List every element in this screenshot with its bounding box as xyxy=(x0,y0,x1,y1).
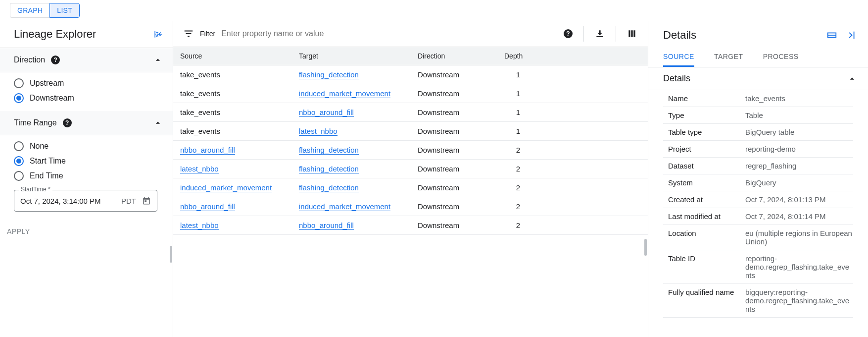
details-value: BigQuery xyxy=(745,178,776,187)
calendar-icon[interactable] xyxy=(142,196,151,205)
direction-section-header[interactable]: Direction ? xyxy=(0,48,173,72)
cell-depth: 2 xyxy=(497,216,527,234)
table-row[interactable]: nbbo_around_fillflashing_detectionDownst… xyxy=(173,141,648,160)
col-depth[interactable]: Depth xyxy=(497,47,527,65)
radio-downstream[interactable]: Downstream xyxy=(14,93,159,103)
cell-depth: 2 xyxy=(497,197,527,216)
cell-direction: Downstream xyxy=(411,84,497,103)
cell-source: latest_nbbo xyxy=(173,160,292,178)
table-row[interactable]: nbbo_around_fillinduced_market_movementD… xyxy=(173,197,648,216)
cell-target: flashing_detection xyxy=(292,65,411,84)
target-link[interactable]: induced_market_movement xyxy=(299,89,390,98)
help-icon[interactable]: ? xyxy=(63,118,72,127)
details-panel: Details SOURCE TARGET PROCESS Details Na… xyxy=(648,21,868,337)
filter-input[interactable] xyxy=(221,29,547,38)
target-link[interactable]: nbbo_around_fill xyxy=(299,108,354,117)
source-link[interactable]: induced_market_movement xyxy=(180,183,272,192)
details-row: Fully qualified namebigquery:reporting-d… xyxy=(663,284,853,318)
time-range-section-header[interactable]: Time Range ? xyxy=(0,111,173,135)
radio-upstream[interactable]: Upstream xyxy=(14,78,159,88)
table-row[interactable]: take_eventslatest_nbboDownstream1 xyxy=(173,122,648,141)
details-row: Datasetregrep_flashing xyxy=(663,158,853,174)
filter-icon xyxy=(183,28,194,39)
tab-list[interactable]: LIST xyxy=(49,3,80,18)
cell-target: flashing_detection xyxy=(292,141,411,159)
details-row: Nametake_events xyxy=(663,90,853,107)
table-header: Source Target Direction Depth xyxy=(173,47,648,65)
radio-start-time[interactable]: Start Time xyxy=(14,156,159,166)
target-link[interactable]: latest_nbbo xyxy=(299,127,338,136)
cell-source: induced_market_movement xyxy=(173,178,292,197)
cell-direction: Downstream xyxy=(411,122,497,140)
details-row: Projectreporting-demo xyxy=(663,141,853,158)
details-row: Created atOct 7, 2024, 8:01:13 PM xyxy=(663,191,853,208)
details-key: Project xyxy=(663,145,745,153)
collapse-details-icon[interactable] xyxy=(846,30,857,41)
table-row[interactable]: latest_nbbonbbo_around_fillDownstream2 xyxy=(173,216,648,235)
target-link[interactable]: flashing_detection xyxy=(299,165,359,173)
details-value: eu (multiple regions in European Union) xyxy=(745,229,853,246)
details-key: Type xyxy=(663,111,745,119)
table-row[interactable]: take_eventsinduced_market_movementDownst… xyxy=(173,84,648,103)
scrollbar-thumb[interactable] xyxy=(170,246,172,263)
cell-depth: 1 xyxy=(497,84,527,103)
target-link[interactable]: flashing_detection xyxy=(299,70,359,79)
scrollbar-thumb[interactable] xyxy=(644,239,647,256)
cell-target: nbbo_around_fill xyxy=(292,103,411,121)
col-direction[interactable]: Direction xyxy=(411,47,497,65)
tab-source[interactable]: SOURCE xyxy=(663,48,694,67)
details-row: Table IDreporting-demo.regrep_flashing.t… xyxy=(663,250,853,284)
chevron-up-icon xyxy=(153,55,163,65)
table-row[interactable]: induced_market_movementflashing_detectio… xyxy=(173,178,648,197)
target-link[interactable]: flashing_detection xyxy=(299,146,359,155)
source-link[interactable]: nbbo_around_fill xyxy=(180,202,235,211)
details-title: Details xyxy=(663,29,696,42)
col-source[interactable]: Source xyxy=(173,47,292,65)
download-icon[interactable] xyxy=(583,26,616,42)
cell-source: latest_nbbo xyxy=(173,216,292,234)
columns-icon[interactable] xyxy=(616,26,648,42)
details-key: Table type xyxy=(663,128,745,136)
radio-end-time[interactable]: End Time xyxy=(14,171,159,181)
table-row[interactable]: take_eventsflashing_detectionDownstream1 xyxy=(173,65,648,84)
cell-direction: Downstream xyxy=(411,178,497,197)
tab-process[interactable]: PROCESS xyxy=(763,48,799,67)
details-value: Oct 7, 2024, 8:01:13 PM xyxy=(745,195,826,204)
help-icon[interactable]: ? xyxy=(553,26,583,41)
start-time-value: Oct 7, 2024, 3:14:00 PM xyxy=(20,197,101,205)
radio-icon xyxy=(14,156,24,166)
apply-button[interactable]: APPLY xyxy=(0,220,44,237)
radio-none-label: None xyxy=(30,142,48,151)
start-time-input[interactable]: Oct 7, 2024, 3:14:00 PM PDT xyxy=(14,190,157,212)
source-link[interactable]: latest_nbbo xyxy=(180,221,219,230)
source-link[interactable]: nbbo_around_fill xyxy=(180,146,235,155)
radio-end-time-label: End Time xyxy=(30,171,63,180)
cell-direction: Downstream xyxy=(411,197,497,216)
radio-none[interactable]: None xyxy=(14,141,159,151)
tab-graph[interactable]: GRAPH xyxy=(10,3,49,18)
help-icon[interactable]: ? xyxy=(51,56,60,64)
direction-heading: Direction xyxy=(14,56,45,64)
details-value: Oct 7, 2024, 8:01:14 PM xyxy=(745,212,826,221)
source-link[interactable]: latest_nbbo xyxy=(180,165,219,173)
cell-source: take_events xyxy=(173,122,292,140)
target-link[interactable]: induced_market_movement xyxy=(299,202,390,211)
details-value: reporting-demo.regrep_flashing.take_even… xyxy=(745,254,853,280)
fullscreen-icon[interactable] xyxy=(826,30,837,41)
tab-target[interactable]: TARGET xyxy=(714,48,743,67)
details-value: Table xyxy=(745,111,763,119)
col-target[interactable]: Target xyxy=(292,47,411,65)
table-row[interactable]: latest_nbboflashing_detectionDownstream2 xyxy=(173,160,648,178)
cell-source: nbbo_around_fill xyxy=(173,197,292,216)
target-link[interactable]: flashing_detection xyxy=(299,183,359,192)
cell-target: induced_market_movement xyxy=(292,84,411,103)
cell-direction: Downstream xyxy=(411,160,497,178)
details-key: Name xyxy=(663,94,745,103)
cell-source: take_events xyxy=(173,84,292,103)
details-section-header[interactable]: Details xyxy=(648,67,868,90)
cell-direction: Downstream xyxy=(411,216,497,234)
cell-source: nbbo_around_fill xyxy=(173,141,292,159)
target-link[interactable]: nbbo_around_fill xyxy=(299,221,354,230)
collapse-sidebar-icon[interactable] xyxy=(153,29,163,39)
table-row[interactable]: take_eventsnbbo_around_fillDownstream1 xyxy=(173,103,648,122)
